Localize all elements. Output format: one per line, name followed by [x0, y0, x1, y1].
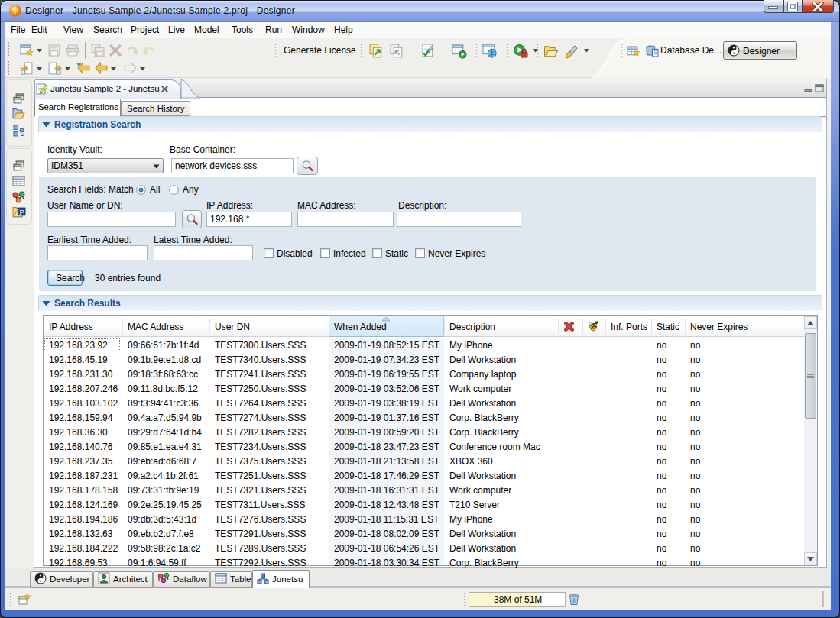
svg-text:P: P: [20, 208, 24, 216]
